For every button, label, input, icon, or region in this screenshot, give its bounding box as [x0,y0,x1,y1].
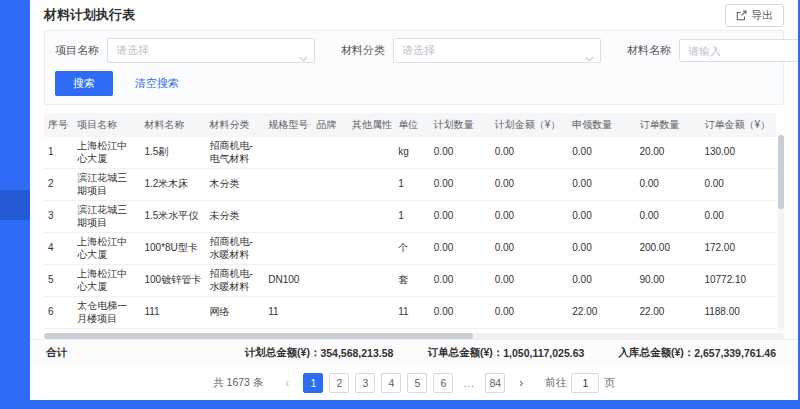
column-header: 订单金额（¥） [700,113,776,137]
table-cell: 个 [394,233,430,265]
page-button-6[interactable]: 6 [433,373,453,393]
table-cell: 0.00 [430,265,491,297]
vertical-scrollbar[interactable] [778,135,784,331]
table-cell [264,169,312,201]
table-row[interactable]: 4上海松江中心大厦100*8U型卡招商机电-水暖材料个0.000.000.002… [44,233,776,265]
table-cell: 0.00 [430,233,491,265]
table-cell: 111 [140,297,205,329]
export-button[interactable]: 导出 [725,4,784,27]
page-button-4[interactable]: 4 [381,373,401,393]
table-cell: 0.00 [491,201,569,233]
table-cell: 招商机电-水暖材料 [205,265,264,297]
main-panel: 材料计划执行表 导出 项目名称 请选择 材料分类 请选 [30,0,798,400]
table-cell: 米重 [394,329,430,332]
table-cell: 0.00 [635,169,700,201]
inbound-total: 入库总金额(¥)： 2,657,339,761.46 [618,346,776,360]
category-label: 材料分类 [341,43,385,58]
table-cell: 不锈钢 [205,329,264,332]
goto-page-input[interactable] [571,373,599,393]
table-cell: 4 [44,233,73,265]
horizontal-scroll-thumb[interactable] [44,333,473,339]
table-cell: 0.00 [568,137,635,169]
page-button-2[interactable]: 2 [329,373,349,393]
table-row[interactable]: 5上海松江中心大厦100镀锌管卡招商机电-水暖材料DN100套0.000.000… [44,265,776,297]
prev-page-button[interactable]: ‹ [277,373,297,393]
table-cell: 上海松江中心大厦 [73,137,140,169]
table-cell [312,137,348,169]
project-select[interactable]: 请选择 [107,38,315,63]
summary-label: 合计 [46,346,67,360]
table-cell: 20.00 [635,137,700,169]
column-header: 计划数量 [430,113,491,137]
table-cell: 130.00 [700,137,776,169]
plan-total: 计划总金额(¥)： 354,568,213.58 [245,346,394,360]
table-cell: 0.00 [491,265,569,297]
table-cell: 200.00 [635,233,700,265]
table-cell: 11 [394,297,430,329]
table-cell: 7 [44,329,73,332]
table-cell: 172.00 [700,233,776,265]
table-cell: 1.5剔 [140,137,205,169]
table-cell: 200000.00 [491,329,569,332]
table-cell: 常州赛达大学生公寓新建 [73,329,140,332]
order-total: 订单总金额(¥)： 1,050,117,025.63 [427,346,584,360]
table-cell [348,329,394,332]
table-cell: 0.00 [568,265,635,297]
table-cell: 太仓电梯一月楼项目 [73,297,140,329]
column-header: 序号 [44,113,73,137]
table-cell: 招商机电-水暖材料 [205,233,264,265]
table-cell: 10.00 [430,329,491,332]
page-header: 材料计划执行表 导出 [30,0,798,30]
table-cell [312,297,348,329]
table-cell: 滨江花城三期项目 [73,201,140,233]
table-cell: 5 [44,265,73,297]
table-row[interactable]: 6太仓电梯一月楼项目111网络11110.000.0022.0022.00118… [44,297,776,329]
table-cell: 0.00 [430,137,491,169]
table-cell: 0.00 [491,169,569,201]
table-cell: 6 [44,297,73,329]
table-cell: 滨江花城三期项目 [73,169,140,201]
table-cell: 123 [140,329,205,332]
table-cell [348,233,394,265]
goto-page: 前往 页 [545,373,615,393]
table-row[interactable]: 2滨江花城三期项目1.2米木床木分类10.000.000.000.000.00 [44,169,776,201]
table-row[interactable]: 3滨江花城三期项目1.5米水平仪未分类10.000.000.000.000.00 [44,201,776,233]
column-header: 计划金额（¥） [491,113,569,137]
page-button-5[interactable]: 5 [407,373,427,393]
table-row[interactable]: 1上海松江中心大厦1.5剔招商机电-电气材料kg0.000.000.0020.0… [44,137,776,169]
material-name-input[interactable] [679,39,798,62]
vertical-scroll-thumb[interactable] [778,135,784,209]
page-buttons: 123456...84 [303,373,505,393]
filter-category: 材料分类 请选择 [341,38,601,63]
material-label: 材料名称 [627,43,671,58]
table-cell [348,137,394,169]
next-page-button[interactable]: › [511,373,531,393]
table-wrap: 序号项目名称材料名称材料分类规格型号品牌其他属性单位计划数量计划金额（¥）申领数… [44,113,784,331]
filter-row: 项目名称 请选择 材料分类 请选择 材料名称 [55,38,773,63]
column-header: 申领数量 [568,113,635,137]
export-icon [736,10,747,21]
table-cell: 上海松江中心大厦 [73,233,140,265]
filter-card: 项目名称 请选择 材料分类 请选择 材料名称 [44,30,784,105]
horizontal-scrollbar[interactable] [44,333,784,339]
table-row[interactable]: 7常州赛达大学生公寓新建123不锈钢*米重10.00200000.0011.00… [44,329,776,332]
category-select[interactable]: 请选择 [393,38,601,63]
page-button-84[interactable]: 84 [485,373,505,393]
sidebar-scroll-thumb[interactable] [0,190,30,220]
table-cell: 未分类 [205,201,264,233]
clear-search-button[interactable]: 清空搜索 [129,75,185,92]
column-header: 项目名称 [73,113,140,137]
table-cell: 1.2米木床 [140,169,205,201]
table-cell: 10772.10 [700,265,776,297]
page-button-3[interactable]: 3 [355,373,375,393]
column-header: 规格型号 [264,113,312,137]
table-cell: 0.00 [430,201,491,233]
table-cell: * [264,329,312,332]
search-button[interactable]: 搜索 [55,71,113,96]
filter-buttons: 搜索 清空搜索 [55,71,773,96]
table-cell [348,297,394,329]
page-button-1[interactable]: 1 [303,373,323,393]
table-cell: 0.00 [568,169,635,201]
table-cell: 11.00 [568,329,635,332]
table-cell: 0.00 [430,169,491,201]
